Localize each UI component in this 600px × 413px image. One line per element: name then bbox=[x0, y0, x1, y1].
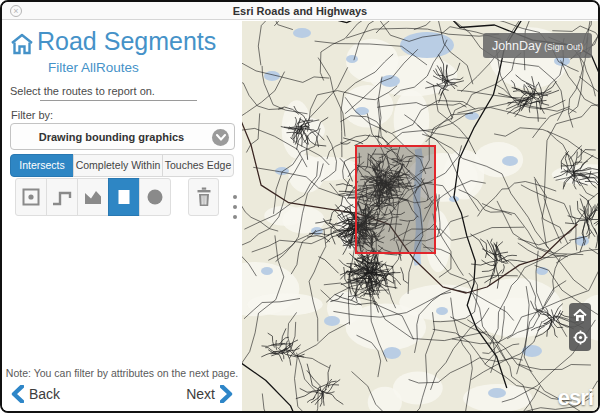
filter-by-label: Filter by: bbox=[11, 109, 53, 121]
dropdown-value: Drawing bounding graphics bbox=[11, 131, 212, 143]
chevron-right-icon bbox=[220, 385, 233, 403]
note-text: Note: You can filter by attributes on th… bbox=[2, 367, 242, 379]
completely-within-button[interactable]: Completely Within bbox=[73, 154, 163, 177]
intersects-button[interactable]: Intersects bbox=[10, 154, 74, 177]
spatial-filter-segmented: Intersects Completely Within Touches Edg… bbox=[10, 154, 234, 177]
user-badge[interactable]: JohnDay(Sign Out) bbox=[483, 33, 592, 58]
polygon-tool-button[interactable] bbox=[77, 178, 109, 216]
map-controls bbox=[569, 303, 591, 351]
chevron-left-icon bbox=[11, 385, 24, 403]
draw-tools-group bbox=[15, 178, 171, 216]
bounding-graphic-rectangle[interactable] bbox=[355, 145, 436, 254]
point-tool-button[interactable] bbox=[15, 178, 47, 216]
rectangle-tool-button[interactable] bbox=[108, 178, 140, 216]
circle-tool-icon bbox=[145, 187, 165, 207]
locate-button[interactable] bbox=[569, 327, 591, 351]
next-label: Next bbox=[186, 386, 215, 402]
app-window: × Esri Roads and Highways Road Segments … bbox=[0, 0, 600, 413]
page-title: Road Segments bbox=[37, 27, 216, 56]
home-extent-icon bbox=[573, 309, 587, 322]
touches-edge-button[interactable]: Touches Edge bbox=[162, 154, 234, 177]
trash-icon bbox=[195, 186, 213, 208]
username: JohnDay bbox=[492, 39, 541, 53]
polygon-tool-icon bbox=[82, 187, 104, 207]
polyline-tool-button[interactable] bbox=[46, 178, 78, 216]
map-container: JohnDay(Sign Out) esri bbox=[242, 21, 598, 411]
page-description: Select the routes to report on. bbox=[10, 85, 155, 97]
delete-graphics-button[interactable] bbox=[188, 178, 219, 216]
filter-method-dropdown[interactable]: Drawing bounding graphics bbox=[10, 123, 235, 150]
page-subtitle: Filter AllRoutes bbox=[48, 60, 139, 75]
back-button[interactable]: Back bbox=[11, 385, 65, 403]
home-icon bbox=[9, 32, 35, 60]
left-panel: Road Segments Filter AllRoutes Select th… bbox=[2, 21, 242, 411]
title-bar: × Esri Roads and Highways bbox=[2, 2, 598, 20]
locate-icon bbox=[573, 330, 588, 345]
chevron-down-icon bbox=[212, 129, 229, 146]
home-extent-button[interactable] bbox=[569, 303, 591, 327]
circle-tool-button[interactable] bbox=[139, 178, 171, 216]
esri-logo: esri bbox=[558, 385, 593, 411]
rectangle-tool-icon bbox=[114, 187, 134, 207]
window-title: Esri Roads and Highways bbox=[2, 5, 598, 17]
next-button[interactable]: Next bbox=[181, 385, 233, 403]
sign-out-link[interactable]: (Sign Out) bbox=[544, 42, 583, 52]
polyline-tool-icon bbox=[51, 187, 73, 207]
point-tool-icon bbox=[21, 187, 41, 207]
panel-resize-handle[interactable] bbox=[232, 195, 238, 225]
divider bbox=[40, 100, 197, 101]
back-label: Back bbox=[29, 386, 60, 402]
